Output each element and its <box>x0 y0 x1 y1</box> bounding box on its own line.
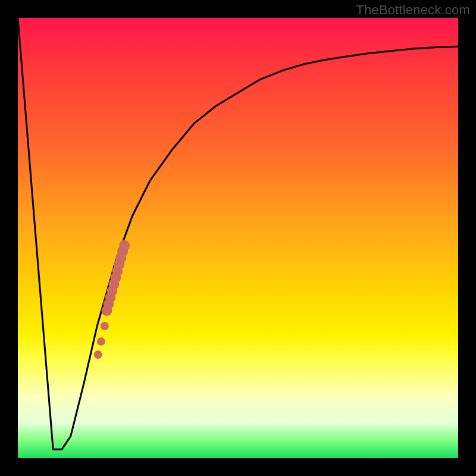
attribution-label: TheBottleneck.com <box>356 2 470 18</box>
plot-gradient-background <box>18 18 458 458</box>
chart-container: TheBottleneck.com <box>0 0 476 476</box>
